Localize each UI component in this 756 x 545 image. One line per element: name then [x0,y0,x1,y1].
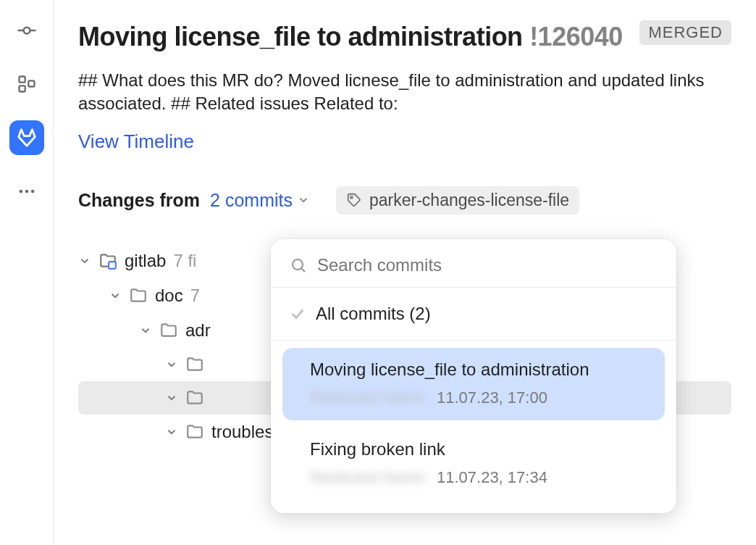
svg-point-8 [30,190,34,194]
commit-date: 11.07.23, 17:34 [437,468,547,487]
folder-icon [185,355,204,374]
folder-icon [159,321,178,340]
commit-author: Redacted Name [310,388,425,407]
more-icon[interactable] [9,174,44,209]
svg-point-7 [25,190,28,194]
svg-line-12 [301,268,305,272]
main-panel: Moving license_file to administration !1… [54,0,756,545]
tag-icon [346,192,362,208]
all-commits-option[interactable]: All commits (2) [271,288,676,341]
branch-tag[interactable]: parker-changes-license-file [336,186,579,215]
svg-point-9 [350,196,353,199]
chevron-down-icon [165,425,178,438]
chevron-down-icon [109,289,122,302]
commit-title: Fixing broken link [310,439,652,459]
mr-description: ## What does this MR do? Moved licnese_f… [78,69,731,116]
svg-point-11 [293,259,303,270]
svg-rect-4 [19,86,25,91]
commit-item[interactable]: Moving license_file to administration Re… [282,348,665,420]
svg-point-6 [19,190,22,194]
commit-date: 11.07.23, 17:00 [437,388,547,407]
panels-icon[interactable] [9,67,44,101]
gitlab-icon[interactable] [9,120,44,155]
folder-icon [185,388,204,407]
check-icon [290,306,306,322]
status-badge: MERGED [639,20,731,45]
commits-search-row [271,245,676,288]
commits-search-input[interactable] [317,255,658,275]
commit-graph-icon[interactable] [9,13,44,48]
changes-row: Changes from 2 commits parker-changes-li… [78,186,731,215]
mr-title: Moving license_file to administration !1… [78,20,623,53]
svg-rect-3 [19,77,25,83]
commit-title: Moving license_file to administration [310,359,652,380]
svg-rect-5 [28,80,34,86]
svg-rect-10 [109,262,116,269]
chevron-down-icon [139,324,152,337]
chevron-down-icon [78,254,91,267]
folder-icon [129,286,148,305]
svg-point-0 [23,28,30,34]
repo-folder-icon [98,251,117,270]
chevron-down-icon [165,391,178,404]
mr-id: !126040 [529,22,623,51]
folder-icon [185,423,204,441]
commits-dropdown: All commits (2) Moving license_file to a… [271,239,676,513]
chevron-down-icon [165,358,178,371]
search-icon [290,257,307,274]
commit-item[interactable]: Fixing broken link Redacted Name 11.07.2… [282,428,665,500]
view-timeline-link[interactable]: View Timeline [78,130,194,153]
chevron-down-icon [297,194,310,207]
commit-author: Redacted Name [310,468,425,487]
left-sidebar [0,0,54,545]
commits-dropdown-trigger[interactable]: 2 commits [210,190,310,211]
changes-from-label: Changes from [78,190,200,211]
